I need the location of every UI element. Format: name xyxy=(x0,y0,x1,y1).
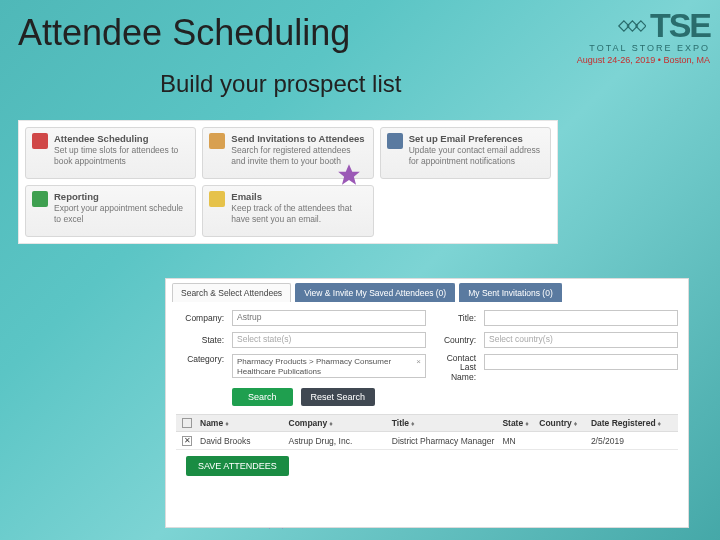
title-input[interactable] xyxy=(484,310,678,326)
tile-title: Send Invitations to Attendees xyxy=(231,133,366,144)
country-select[interactable]: Select country(s) xyxy=(484,332,678,348)
row-date: 2/5/2019 xyxy=(591,436,672,446)
title-label: Title: xyxy=(434,313,476,323)
category-value: Pharmacy Products > Pharmacy Consumer He… xyxy=(237,357,391,376)
tile-desc: Update your contact email address for ap… xyxy=(409,145,540,165)
row-company: Astrup Drug, Inc. xyxy=(289,436,392,446)
col-country[interactable]: Country♦ xyxy=(539,418,591,428)
state-label: State: xyxy=(176,335,224,345)
category-input[interactable]: Pharmacy Products > Pharmacy Consumer He… xyxy=(232,354,426,378)
col-name[interactable]: Name♦ xyxy=(200,418,289,428)
contact-lastname-label: Contact Last Name: xyxy=(434,354,476,382)
tile-title: Reporting xyxy=(54,191,189,202)
logo-subtitle: TOTAL STORE EXPO xyxy=(577,43,710,53)
tile-desc: Set up time slots for attendees to book … xyxy=(54,145,178,165)
send-invitations-icon xyxy=(209,133,225,149)
star-icon xyxy=(336,162,362,188)
company-input[interactable]: Astrup xyxy=(232,310,426,326)
table-header-row: Name♦ Company♦ Title♦ State♦ Country♦ Da… xyxy=(176,414,678,432)
tab-2[interactable]: My Sent Invitations (0) xyxy=(459,283,562,302)
company-label: Company: xyxy=(176,313,224,323)
tile-reporting[interactable]: Reporting Export your appointment schedu… xyxy=(25,185,196,237)
row-state: MN xyxy=(502,436,539,446)
select-all-checkbox[interactable] xyxy=(182,418,192,428)
tab-0[interactable]: Search & Select Attendees xyxy=(172,283,291,302)
country-label: Country: xyxy=(434,335,476,345)
col-title[interactable]: Title♦ xyxy=(392,418,503,428)
logo-text: TSE xyxy=(650,6,710,45)
page-subtitle: Build your prospect list xyxy=(160,70,401,98)
tile-title: Attendee Scheduling xyxy=(54,133,189,144)
reset-button[interactable]: Reset Search xyxy=(301,388,376,406)
emails-icon xyxy=(209,191,225,207)
search-button[interactable]: Search xyxy=(232,388,293,406)
tile-desc: Export your appointment schedule to exce… xyxy=(54,203,183,223)
col-date[interactable]: Date Registered♦ xyxy=(591,418,672,428)
state-select[interactable]: Select state(s) xyxy=(232,332,426,348)
category-label: Category: xyxy=(176,354,224,364)
save-attendees-button[interactable]: SAVE ATTENDEES xyxy=(186,456,289,476)
tile-email-preferences[interactable]: Set up Email Preferences Update your con… xyxy=(380,127,551,179)
row-checkbox[interactable] xyxy=(182,436,192,446)
tiles-panel: Attendee Scheduling Set up time slots fo… xyxy=(18,120,558,244)
event-logo: TSE TOTAL STORE EXPO August 24-26, 2019 … xyxy=(577,6,710,65)
tile-emails[interactable]: Emails Keep track of the attendees that … xyxy=(202,185,373,237)
row-name: David Brooks xyxy=(200,436,289,446)
row-title: District Pharmacy Manager xyxy=(392,436,503,446)
search-form-panel: Search & Select AttendeesView & Invite M… xyxy=(165,278,689,528)
tab-1[interactable]: View & Invite My Saved Attendees (0) xyxy=(295,283,455,302)
contact-lastname-input[interactable] xyxy=(484,354,678,370)
tile-title: Set up Email Preferences xyxy=(409,133,544,144)
attendee-scheduling-icon xyxy=(32,133,48,149)
logo-date: August 24-26, 2019 • Boston, MA xyxy=(577,55,710,65)
tile-title: Emails xyxy=(231,191,366,202)
tile-desc: Keep track of the attendees that have se… xyxy=(231,203,352,223)
tab-bar: Search & Select AttendeesView & Invite M… xyxy=(166,279,688,302)
tile-attendee-scheduling[interactable]: Attendee Scheduling Set up time slots fo… xyxy=(25,127,196,179)
close-icon[interactable]: × xyxy=(416,357,421,367)
page-title: Attendee Scheduling xyxy=(18,12,350,54)
email-preferences-icon xyxy=(387,133,403,149)
table-row[interactable]: David Brooks Astrup Drug, Inc. District … xyxy=(176,432,678,450)
reporting-icon xyxy=(32,191,48,207)
col-company[interactable]: Company♦ xyxy=(289,418,392,428)
tile-desc: Search for registered attendees and invi… xyxy=(231,145,350,165)
diamonds-icon xyxy=(612,15,646,37)
col-state[interactable]: State♦ xyxy=(502,418,539,428)
